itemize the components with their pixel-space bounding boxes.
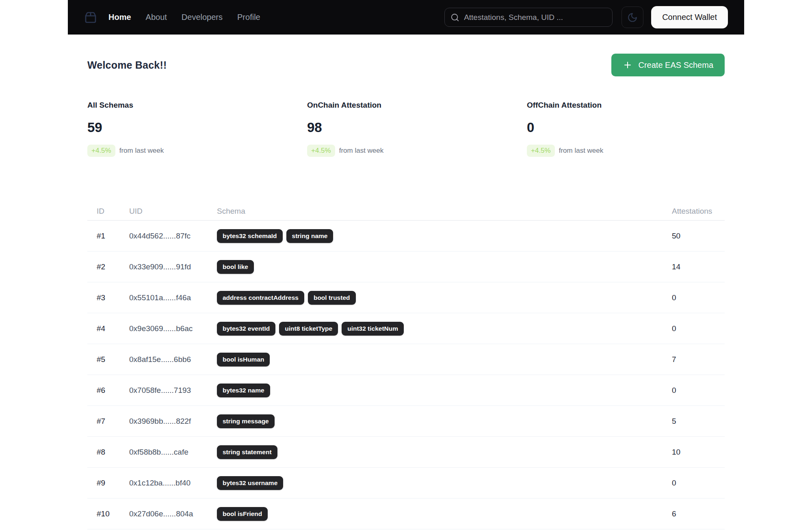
cell-attestations: 0: [672, 479, 725, 488]
main-nav: Home About Developers Profile: [108, 13, 260, 22]
connect-wallet-button[interactable]: Connect Wallet: [651, 6, 728, 28]
package-icon[interactable]: [84, 11, 97, 24]
schema-badge: uint8 ticketType: [279, 322, 338, 336]
cell-attestations: 0: [672, 324, 725, 333]
create-eas-schema-button[interactable]: Create EAS Schema: [611, 54, 725, 76]
cell-schema: string message: [217, 414, 672, 428]
table-row[interactable]: #10 0x27d06e......804a bool isFriend 6: [87, 498, 725, 529]
cell-uid: 0x33e909......91fd: [129, 262, 217, 271]
cell-uid: 0x55101a......f46a: [129, 293, 217, 302]
cell-id: #7: [97, 417, 129, 426]
stat-value: 59: [87, 120, 285, 135]
cell-attestations: 0: [672, 386, 725, 395]
table-row[interactable]: #1 0x44d562......87fc bytes32 schemaIdst…: [87, 221, 725, 251]
stat-delta-badge: +4.5%: [87, 145, 115, 157]
cell-schema: bytes32 schemaIdstring name: [217, 229, 672, 243]
schema-badge: string statement: [217, 445, 277, 459]
main-content: Welcome Back!! Create EAS Schema All Sch…: [68, 54, 744, 529]
table-row[interactable]: #7 0x3969bb......822f string message 5: [87, 406, 725, 437]
stat-label: OffChain Attestation: [527, 101, 725, 110]
cell-attestations: 7: [672, 355, 725, 364]
cell-uid: 0x1c12ba......bf40: [129, 479, 217, 488]
create-eas-schema-label: Create EAS Schema: [638, 61, 713, 70]
cell-uid: 0x27d06e......804a: [129, 509, 217, 518]
cell-id: #2: [97, 262, 129, 271]
table-row[interactable]: #8 0xf58b8b......cafe string statement 1…: [87, 437, 725, 468]
schema-badge: bytes32 username: [217, 476, 283, 490]
stat-value: 0: [527, 120, 725, 135]
cell-uid: 0x3969bb......822f: [129, 417, 217, 426]
cell-schema: bool isHuman: [217, 353, 672, 366]
cell-schema: address contractAddressbool trusted: [217, 291, 672, 305]
cell-schema: bytes32 eventIduint8 ticketTypeuint32 ti…: [217, 322, 672, 336]
cell-attestations: 14: [672, 262, 725, 271]
schema-badge: string name: [286, 229, 333, 243]
schema-badge: bool isHuman: [217, 353, 270, 366]
cell-uid: 0x8af15e......6bb6: [129, 355, 217, 364]
cell-attestations: 0: [672, 293, 725, 302]
cell-uid: 0x9e3069......b6ac: [129, 324, 217, 333]
search-icon: [450, 13, 459, 22]
stat-delta-badge: +4.5%: [527, 145, 555, 157]
schema-badge: string message: [217, 414, 275, 428]
moon-icon: [627, 12, 638, 23]
stat-delta-suffix: from last week: [559, 147, 604, 155]
cell-schema: bytes32 username: [217, 476, 672, 490]
search-box: [444, 8, 613, 27]
schema-badge: bool trusted: [308, 291, 356, 305]
stat-card: OnChain Attestation 98 +4.5% from last w…: [307, 101, 505, 157]
nav-item-profile[interactable]: Profile: [237, 13, 260, 22]
cell-id: #5: [97, 355, 129, 364]
stat-delta-badge: +4.5%: [307, 145, 335, 157]
cell-id: #1: [97, 232, 129, 241]
table-row[interactable]: #3 0x55101a......f46a address contractAd…: [87, 282, 725, 313]
stats-section: All Schemas 59 +4.5% from last week OnCh…: [87, 101, 725, 157]
table-header-row: ID UID Schema Attestations: [87, 202, 725, 221]
stat-value: 98: [307, 120, 505, 135]
table-row[interactable]: #9 0x1c12ba......bf40 bytes32 username 0: [87, 468, 725, 498]
table-row[interactable]: #2 0x33e909......91fd bool like 14: [87, 251, 725, 282]
column-header-id: ID: [97, 207, 129, 216]
stat-delta-suffix: from last week: [339, 147, 384, 155]
cell-uid: 0x44d562......87fc: [129, 232, 217, 241]
table-row[interactable]: #6 0x7058fe......7193 bytes32 name 0: [87, 375, 725, 406]
plus-icon: [623, 60, 632, 70]
nav-item-developers[interactable]: Developers: [182, 13, 223, 22]
cell-uid: 0x7058fe......7193: [129, 386, 217, 395]
stat-label: OnChain Attestation: [307, 101, 505, 110]
cell-attestations: 6: [672, 509, 725, 518]
cell-schema: bool isFriend: [217, 507, 672, 521]
column-header-attestations: Attestations: [672, 207, 725, 216]
stat-delta-row: +4.5% from last week: [307, 145, 505, 157]
stat-card: All Schemas 59 +4.5% from last week: [87, 101, 285, 157]
table-body: #1 0x44d562......87fc bytes32 schemaIdst…: [87, 221, 725, 529]
cell-id: #6: [97, 386, 129, 395]
nav-item-home[interactable]: Home: [108, 13, 131, 22]
schema-badge: address contractAddress: [217, 291, 304, 305]
page-title: Welcome Back!!: [87, 59, 167, 71]
cell-id: #10: [97, 509, 129, 518]
stat-delta-row: +4.5% from last week: [527, 145, 725, 157]
table-row[interactable]: #5 0x8af15e......6bb6 bool isHuman 7: [87, 344, 725, 375]
schema-badge: bytes32 eventId: [217, 322, 275, 336]
cell-id: #9: [97, 479, 129, 488]
nav-item-about[interactable]: About: [146, 13, 167, 22]
stat-label: All Schemas: [87, 101, 285, 110]
stat-card: OffChain Attestation 0 +4.5% from last w…: [527, 101, 725, 157]
cell-schema: string statement: [217, 445, 672, 459]
schema-badge: bool like: [217, 260, 254, 274]
cell-schema: bool like: [217, 260, 672, 274]
stat-delta-row: +4.5% from last week: [87, 145, 285, 157]
column-header-uid: UID: [129, 207, 217, 216]
cell-id: #4: [97, 324, 129, 333]
search-input[interactable]: [464, 13, 606, 22]
cell-id: #3: [97, 293, 129, 302]
welcome-row: Welcome Back!! Create EAS Schema: [87, 54, 725, 76]
cell-attestations: 50: [672, 232, 725, 241]
cell-uid: 0xf58b8b......cafe: [129, 448, 217, 457]
page: Home About Developers Profile Connect: [0, 0, 812, 531]
theme-toggle-button[interactable]: [621, 7, 643, 28]
table-row[interactable]: #4 0x9e3069......b6ac bytes32 eventIduin…: [87, 313, 725, 344]
stat-delta-suffix: from last week: [119, 147, 164, 155]
column-header-schema: Schema: [217, 207, 672, 216]
